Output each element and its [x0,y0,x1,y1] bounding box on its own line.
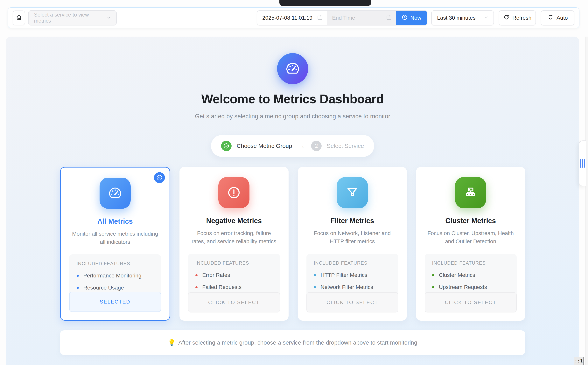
tip-bar: 💡 After selecting a metric group, choose… [60,330,525,355]
bullet-icon [314,286,316,288]
calendar-icon [317,14,323,21]
screen-notch [280,0,371,6]
step1-label: Choose Metric Group [237,143,292,149]
card-all-metrics[interactable]: All Metrics Monitor all service metrics … [60,167,170,321]
now-button[interactable]: Now [396,11,427,25]
card-title: Negative Metrics [206,217,262,225]
card-title: Cluster Metrics [445,217,496,225]
card-description: Focus on error tracking, failure rates, … [179,229,288,248]
refresh-button-label: Refresh [512,15,531,21]
page-subtitle: Get started by selecting a metric group … [6,113,579,120]
end-time-placeholder: End Time [332,15,383,21]
service-select-placeholder: Select a service to view metrics [34,12,106,24]
bullet-icon [432,274,434,276]
start-time-input[interactable]: 2025-07-08 11:01:19 [257,11,327,25]
features-title: INCLUDED FEATURES [77,261,154,266]
bullet-icon [432,286,434,288]
features-title: INCLUDED FEATURES [432,260,509,266]
tip-text: After selecting a metric group, choose a… [178,339,417,346]
step-arrow-icon: → [297,142,306,150]
steps-pill: Choose Metric Group → 2 Select Service [211,135,374,157]
steps-container: Choose Metric Group → 2 Select Service [6,135,579,157]
features-title: INCLUDED FEATURES [195,260,273,266]
selected-button[interactable]: SELECTED [69,292,161,312]
page-title: Welcome to Metrics Dashboard [6,92,579,106]
funnel-icon [337,177,368,208]
features-title: INCLUDED FEATURES [314,260,391,266]
quick-range-select[interactable]: Last 30 minutes [431,10,494,26]
card-filter-metrics[interactable]: Filter Metrics Focus on Network, Listene… [298,167,407,321]
feature-item: Performance Monitoring [77,273,154,279]
quick-range-value: Last 30 minutes [437,15,476,21]
gauge-icon [100,178,131,209]
feature-item: Upstream Requests [432,284,509,290]
lightbulb-icon: 💡 [168,339,176,346]
card-description: Focus on Network, Listener and HTTP filt… [298,229,407,248]
click-to-select-button[interactable]: CLICK TO SELECT [425,292,517,312]
drag-handle-icon [582,159,583,168]
card-description: Monitor all service metrics including al… [61,230,170,248]
feature-item: Cluster Metrics [432,272,509,278]
step2-label: Select Service [327,143,364,149]
step2-number: 2 [315,143,318,149]
cluster-sitemap-icon [455,177,486,208]
drag-handle-icon [580,159,581,168]
drag-handle-icon [584,159,585,168]
auto-sync-icon [547,14,554,22]
dashboard-gauge-icon [277,53,308,84]
service-select[interactable]: Select a service to view metrics [28,10,117,26]
card-cluster-metrics[interactable]: Cluster Metrics Focus on Cluster, Upstre… [416,167,525,321]
feature-item: Error Rates [195,272,273,278]
card-negative-metrics[interactable]: Negative Metrics Focus on error tracking… [179,167,288,321]
step1-check-circle-icon [221,141,232,151]
dashboard-welcome-panel: Welcome to Metrics Dashboard Get started… [6,37,579,365]
auto-button-label: Auto [556,15,568,21]
end-time-input[interactable]: End Time [327,11,396,25]
start-time-value: 2025-07-08 11:01:19 [262,15,314,21]
refresh-icon [503,14,510,22]
home-icon [15,14,23,22]
scrollbar[interactable] [586,37,588,365]
click-to-select-button[interactable]: CLICK TO SELECT [307,292,398,312]
time-range-picker: 2025-07-08 11:01:19 End Time Now [257,10,427,26]
selected-check-icon [154,172,165,183]
calendar-icon [386,14,392,21]
bullet-icon [77,275,79,277]
home-button[interactable] [13,11,25,25]
top-toolbar: Select a service to view metrics 2025-07… [7,7,580,28]
auto-refresh-button[interactable]: Auto [541,10,574,26]
now-button-label: Now [410,15,421,21]
alert-circle-icon [218,177,249,208]
bullet-icon [77,287,79,289]
card-title: All Metrics [97,217,133,225]
feature-item: HTTP Filter Metrics [314,272,391,278]
feature-item: Network Filter Metrics [314,284,391,290]
status-badge: ::1 [574,357,584,365]
refresh-button[interactable]: Refresh [499,10,536,26]
click-to-select-button[interactable]: CLICK TO SELECT [188,292,280,312]
bullet-icon [195,286,198,288]
side-drawer-handle[interactable] [579,140,586,186]
chevron-down-icon [483,14,489,21]
bullet-icon [195,274,198,276]
clock-icon [401,14,408,22]
chevron-down-icon [106,14,112,21]
bullet-icon [314,274,316,276]
card-title: Filter Metrics [331,217,374,225]
card-description: Focus on Cluster, Upstream, Health and O… [416,229,525,248]
feature-item: Resource Usage [77,285,154,291]
step2-number-badge: 2 [311,141,321,151]
feature-item: Failed Requests [195,284,273,290]
metric-group-cards: All Metrics Monitor all service metrics … [60,167,525,321]
